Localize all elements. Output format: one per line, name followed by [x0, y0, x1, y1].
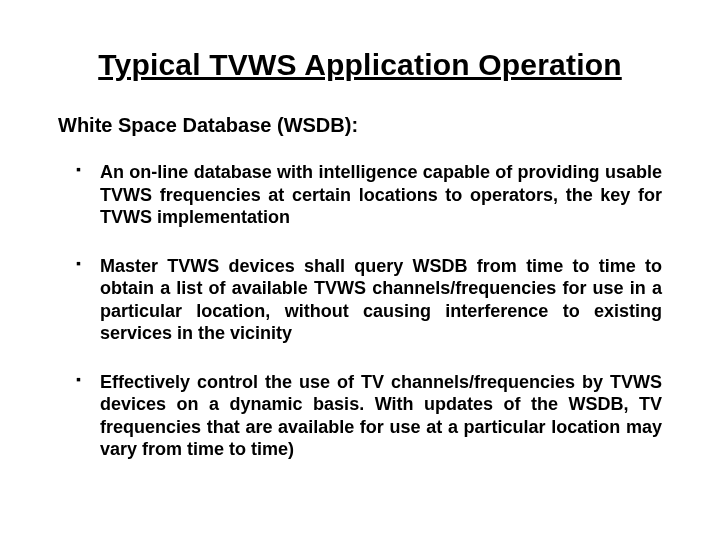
list-item: Master TVWS devices shall query WSDB fro…: [82, 255, 662, 345]
bullet-list: An on-line database with intelligence ca…: [58, 161, 662, 461]
section-subtitle: White Space Database (WSDB):: [58, 114, 662, 137]
list-item: An on-line database with intelligence ca…: [82, 161, 662, 229]
list-item: Effectively control the use of TV channe…: [82, 371, 662, 461]
page-title: Typical TVWS Application Operation: [58, 48, 662, 82]
